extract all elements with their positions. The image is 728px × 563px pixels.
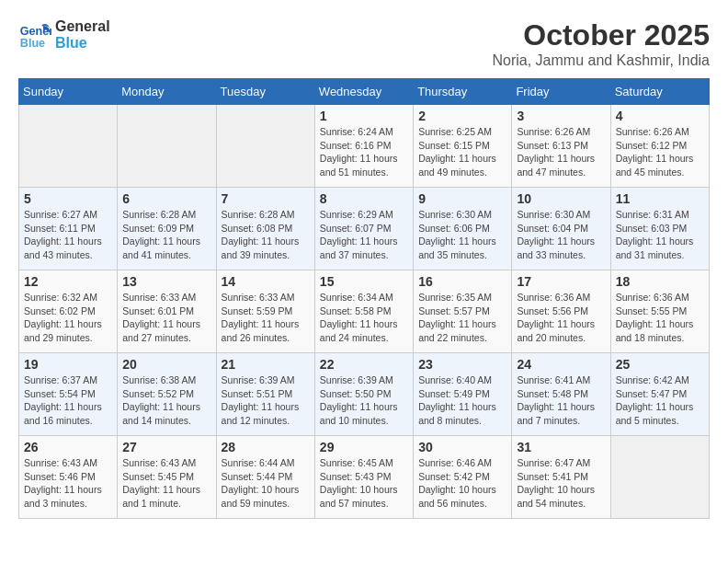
calendar-cell: 2Sunrise: 6:25 AM Sunset: 6:15 PM Daylig… [414,105,512,188]
day-header-tuesday: Tuesday [216,79,314,105]
calendar-cell: 5Sunrise: 6:27 AM Sunset: 6:11 PM Daylig… [19,188,118,270]
day-info: Sunrise: 6:33 AM Sunset: 5:59 PM Dayligh… [222,291,310,345]
day-info: Sunrise: 6:42 AM Sunset: 5:47 PM Dayligh… [616,373,704,428]
day-number: 1 [320,109,408,123]
day-number: 16 [418,274,506,289]
calendar-table: SundayMondayTuesdayWednesdayThursdayFrid… [18,78,710,519]
day-number: 31 [517,440,605,454]
calendar-cell: 11Sunrise: 6:31 AM Sunset: 6:03 PM Dayli… [610,188,709,270]
day-number: 5 [24,191,112,206]
day-info: Sunrise: 6:26 AM Sunset: 6:12 PM Dayligh… [616,125,704,179]
day-info: Sunrise: 6:40 AM Sunset: 5:49 PM Dayligh… [418,373,506,428]
title-block: October 2025 Noria, Jammu and Kashmir, I… [492,18,710,69]
day-number: 21 [222,357,310,372]
day-info: Sunrise: 6:36 AM Sunset: 5:56 PM Dayligh… [517,291,605,345]
day-info: Sunrise: 6:30 AM Sunset: 6:04 PM Dayligh… [517,208,605,262]
calendar-cell: 23Sunrise: 6:40 AM Sunset: 5:49 PM Dayli… [414,353,512,436]
calendar-cell [118,105,216,188]
calendar-week-1: 1Sunrise: 6:24 AM Sunset: 6:16 PM Daylig… [19,105,710,188]
day-number: 10 [517,191,605,206]
day-number: 20 [122,357,210,372]
day-info: Sunrise: 6:47 AM Sunset: 5:41 PM Dayligh… [517,456,605,511]
day-header-friday: Friday [512,79,610,105]
calendar-cell: 10Sunrise: 6:30 AM Sunset: 6:04 PM Dayli… [512,188,610,270]
day-number: 8 [320,191,408,206]
location: Noria, Jammu and Kashmir, India [492,52,710,69]
day-info: Sunrise: 6:45 AM Sunset: 5:43 PM Dayligh… [320,456,408,511]
day-info: Sunrise: 6:41 AM Sunset: 5:48 PM Dayligh… [517,373,605,428]
calendar-cell: 13Sunrise: 6:33 AM Sunset: 6:01 PM Dayli… [118,270,216,353]
day-number: 18 [616,274,704,289]
calendar-cell: 24Sunrise: 6:41 AM Sunset: 5:48 PM Dayli… [512,353,610,436]
calendar-cell: 15Sunrise: 6:34 AM Sunset: 5:58 PM Dayli… [314,270,413,353]
calendar-cell: 30Sunrise: 6:46 AM Sunset: 5:42 PM Dayli… [414,436,512,519]
calendar-body: 1Sunrise: 6:24 AM Sunset: 6:16 PM Daylig… [19,105,710,519]
month-title: October 2025 [492,18,710,52]
day-number: 9 [418,191,506,206]
day-number: 19 [24,357,112,372]
day-header-sunday: Sunday [19,79,118,105]
calendar-cell: 25Sunrise: 6:42 AM Sunset: 5:47 PM Dayli… [610,353,709,436]
day-info: Sunrise: 6:26 AM Sunset: 6:13 PM Dayligh… [517,125,605,179]
day-number: 6 [122,191,210,206]
days-row: SundayMondayTuesdayWednesdayThursdayFrid… [19,79,710,105]
day-number: 24 [517,357,605,372]
day-info: Sunrise: 6:38 AM Sunset: 5:52 PM Dayligh… [122,373,210,428]
calendar-week-2: 5Sunrise: 6:27 AM Sunset: 6:11 PM Daylig… [19,188,710,270]
day-header-saturday: Saturday [610,79,709,105]
day-number: 2 [418,109,506,123]
day-number: 4 [616,109,704,123]
logo-line2: Blue [55,35,110,52]
day-info: Sunrise: 6:39 AM Sunset: 5:51 PM Dayligh… [222,373,310,428]
calendar-cell: 6Sunrise: 6:28 AM Sunset: 6:09 PM Daylig… [118,188,216,270]
day-number: 23 [418,357,506,372]
day-info: Sunrise: 6:43 AM Sunset: 5:46 PM Dayligh… [24,456,112,511]
day-info: Sunrise: 6:31 AM Sunset: 6:03 PM Dayligh… [616,208,704,262]
calendar-cell: 20Sunrise: 6:38 AM Sunset: 5:52 PM Dayli… [118,353,216,436]
day-info: Sunrise: 6:37 AM Sunset: 5:54 PM Dayligh… [24,373,112,428]
day-info: Sunrise: 6:46 AM Sunset: 5:42 PM Dayligh… [418,456,506,511]
calendar-cell: 27Sunrise: 6:43 AM Sunset: 5:45 PM Dayli… [118,436,216,519]
day-number: 12 [24,274,112,289]
day-number: 14 [222,274,310,289]
day-number: 30 [418,440,506,454]
day-info: Sunrise: 6:33 AM Sunset: 6:01 PM Dayligh… [122,291,210,345]
day-number: 13 [122,274,210,289]
day-info: Sunrise: 6:43 AM Sunset: 5:45 PM Dayligh… [122,456,210,511]
calendar-cell [19,105,118,188]
day-number: 15 [320,274,408,289]
day-info: Sunrise: 6:34 AM Sunset: 5:58 PM Dayligh… [320,291,408,345]
logo-line1: General [55,18,110,35]
day-number: 28 [222,440,310,454]
calendar-cell: 18Sunrise: 6:36 AM Sunset: 5:55 PM Dayli… [610,270,709,353]
day-header-thursday: Thursday [414,79,512,105]
day-info: Sunrise: 6:44 AM Sunset: 5:44 PM Dayligh… [222,456,310,511]
calendar-cell: 28Sunrise: 6:44 AM Sunset: 5:44 PM Dayli… [216,436,314,519]
day-header-wednesday: Wednesday [314,79,413,105]
calendar-week-5: 26Sunrise: 6:43 AM Sunset: 5:46 PM Dayli… [19,436,710,519]
day-number: 25 [616,357,704,372]
calendar-cell: 26Sunrise: 6:43 AM Sunset: 5:46 PM Dayli… [19,436,118,519]
day-info: Sunrise: 6:25 AM Sunset: 6:15 PM Dayligh… [418,125,506,179]
calendar-header: SundayMondayTuesdayWednesdayThursdayFrid… [19,79,710,105]
calendar-cell: 17Sunrise: 6:36 AM Sunset: 5:56 PM Dayli… [512,270,610,353]
day-info: Sunrise: 6:24 AM Sunset: 6:16 PM Dayligh… [320,125,408,179]
day-number: 7 [222,191,310,206]
calendar-cell: 14Sunrise: 6:33 AM Sunset: 5:59 PM Dayli… [216,270,314,353]
day-number: 11 [616,191,704,206]
calendar-cell: 12Sunrise: 6:32 AM Sunset: 6:02 PM Dayli… [19,270,118,353]
logo: General Blue General Blue [18,18,110,52]
day-info: Sunrise: 6:28 AM Sunset: 6:09 PM Dayligh… [122,208,210,262]
day-number: 17 [517,274,605,289]
calendar-cell: 16Sunrise: 6:35 AM Sunset: 5:57 PM Dayli… [414,270,512,353]
calendar-cell: 1Sunrise: 6:24 AM Sunset: 6:16 PM Daylig… [314,105,413,188]
calendar-cell: 3Sunrise: 6:26 AM Sunset: 6:13 PM Daylig… [512,105,610,188]
svg-text:Blue: Blue [20,37,45,50]
day-number: 22 [320,357,408,372]
calendar-cell: 9Sunrise: 6:30 AM Sunset: 6:06 PM Daylig… [414,188,512,270]
calendar-cell [216,105,314,188]
calendar-cell [610,436,709,519]
day-info: Sunrise: 6:32 AM Sunset: 6:02 PM Dayligh… [24,291,112,345]
day-info: Sunrise: 6:30 AM Sunset: 6:06 PM Dayligh… [418,208,506,262]
day-info: Sunrise: 6:35 AM Sunset: 5:57 PM Dayligh… [418,291,506,345]
